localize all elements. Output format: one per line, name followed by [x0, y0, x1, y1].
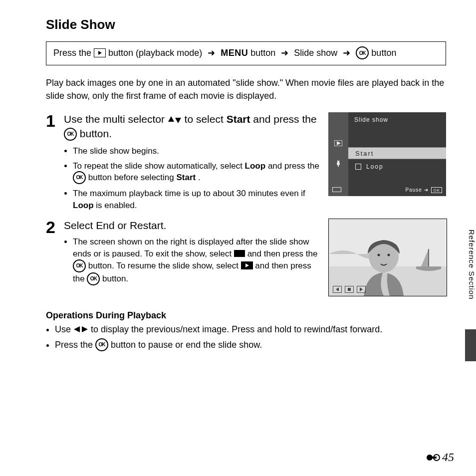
nav-text: button (playback mode)	[108, 48, 205, 58]
svg-marker-4	[337, 141, 341, 145]
text: button. To resume the slide show, select	[88, 261, 241, 270]
list-item: To repeat the slide show automatically, …	[73, 160, 319, 185]
nav-text: button	[371, 48, 396, 58]
camera-lcd-menu: Slide show Start Loop Pause ➔ OK	[328, 112, 446, 196]
nav-text: Press the	[53, 48, 94, 58]
ok-button-icon: OK	[73, 259, 86, 272]
menu-label: MENU	[221, 48, 248, 58]
svg-rect-20	[430, 457, 437, 459]
prev-icon	[333, 286, 342, 293]
list-item: Press the OK button to pause or end the …	[55, 338, 446, 352]
operations-heading: Operations During Playback	[46, 310, 446, 321]
playback-icon	[94, 48, 106, 57]
svg-marker-16	[74, 326, 80, 332]
ok-button-icon: OK	[64, 128, 77, 141]
page-title: Slide Show	[46, 17, 446, 32]
step-title: Select End or Restart.	[64, 219, 319, 232]
svg-marker-5	[245, 263, 249, 267]
step-number: 2	[46, 219, 64, 293]
lcd-start-row: Start	[348, 147, 446, 159]
svg-rect-14	[348, 288, 351, 291]
lcd-footer: Pause ➔ OK	[406, 187, 442, 194]
text-bold: Start	[227, 113, 250, 125]
left-right-icon	[73, 323, 88, 336]
ok-button-icon: OK	[95, 338, 108, 351]
lcd-loop-row: Loop	[355, 163, 384, 170]
list-item: The screen shown on the right is display…	[73, 236, 319, 286]
text: and press the	[253, 113, 316, 125]
ok-button-icon: OK	[87, 272, 100, 285]
setup-wrench-icon	[334, 159, 342, 169]
stop-icon	[345, 286, 354, 293]
svg-marker-17	[82, 326, 88, 332]
text: Press the	[55, 340, 95, 350]
text-bold: Start	[176, 173, 196, 183]
text-bold: Loop	[245, 161, 266, 171]
playback-mode-icon	[334, 139, 342, 148]
text: to select	[185, 113, 227, 125]
text: Use the multi selector	[64, 113, 168, 125]
step-title: Use the multi selector to select Start a…	[64, 112, 319, 141]
reference-icon	[426, 453, 440, 462]
text: To repeat the slide show automatically, …	[73, 161, 245, 171]
text-bold: Loop	[73, 201, 94, 210]
play-icon	[241, 261, 253, 269]
page-number: 45	[426, 451, 454, 464]
arrow-right-icon: ➜	[343, 48, 350, 58]
text: Use	[55, 324, 73, 334]
text: is enabled.	[96, 201, 137, 210]
list-item: Use to display the previous/next image. …	[55, 323, 446, 336]
arrow-right-icon: ➜	[281, 48, 288, 58]
text: and press the	[268, 161, 319, 171]
text: Loop	[366, 163, 384, 170]
list-item: The maximum playback time is up to about…	[73, 188, 319, 212]
arrow-right-icon: ➜	[208, 48, 215, 58]
next-icon	[357, 286, 366, 293]
step-number: 1	[46, 112, 64, 219]
text: and then press the	[247, 249, 318, 258]
text: button to pause or end the slide show.	[111, 340, 262, 350]
checkbox-icon	[355, 164, 361, 170]
intro-paragraph: Play back images one by one in an automa…	[46, 76, 446, 102]
svg-point-11	[378, 253, 380, 256]
svg-marker-15	[360, 287, 363, 291]
section-tab-marker	[465, 329, 476, 361]
svg-marker-1	[168, 116, 174, 122]
page-number-value: 45	[442, 451, 454, 464]
text: to display the previous/next image. Pres…	[91, 324, 382, 334]
text: button before selecting	[88, 173, 177, 183]
nav-path-box: Press the button (playback mode) ➜ MENU …	[46, 41, 446, 65]
text: button.	[80, 128, 112, 139]
svg-marker-0	[98, 51, 102, 55]
ok-button-icon: OK	[73, 171, 86, 184]
up-down-icon	[168, 113, 182, 127]
list-item: The slide show begins.	[73, 145, 319, 157]
svg-marker-2	[175, 118, 181, 123]
text: button.	[102, 274, 128, 283]
lcd-title: Slide show	[354, 116, 388, 123]
svg-marker-13	[336, 287, 339, 291]
text: The maximum playback time is up to about…	[73, 189, 305, 198]
section-tab: Reference Section	[468, 230, 476, 299]
nav-text: button	[250, 48, 278, 58]
nav-text: Slide show	[294, 48, 340, 58]
camera-lcd-image	[328, 219, 447, 296]
stop-icon	[234, 250, 245, 257]
ok-button-icon: OK	[356, 46, 369, 59]
svg-point-12	[388, 253, 390, 256]
battery-icon	[332, 187, 341, 192]
text: .	[198, 173, 201, 183]
